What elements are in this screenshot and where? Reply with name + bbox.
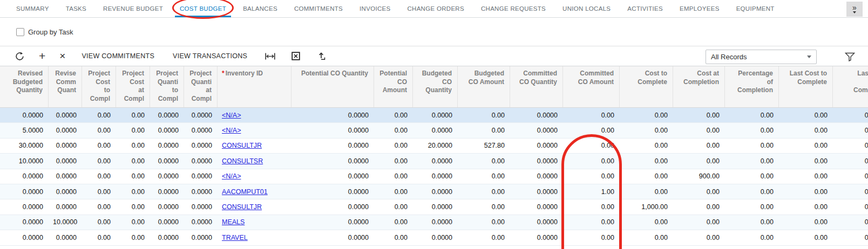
cell-last_cost_at_completion_partial[interactable]: 0.00 [833,188,868,196]
cell-cost_to_complete[interactable]: 0.00 [620,142,673,149]
cell-budgeted_co_quantity[interactable]: 20.0000 [413,142,458,149]
cell-potential_co_quantity[interactable]: 0.0000 [291,142,374,149]
table-row[interactable]: 0.00000.00000.000.000.00000.0000<N/A>0.0… [0,108,868,123]
column-header-potential_co_amount[interactable]: Potential CO Amount [374,66,413,107]
column-header-projected_quantity_to_complete[interactable]: Project Quanti to Compl [150,66,184,107]
cell-projected_cost_to_complete[interactable]: 0.00 [82,188,116,196]
cell-budgeted_co_amount[interactable]: 0.00 [458,127,510,134]
cell-budgeted_co_quantity[interactable]: 0.0000 [413,234,458,241]
records-filter-select[interactable]: All Records [706,50,817,64]
cell-budgeted_co_quantity[interactable]: 0.0000 [413,218,458,226]
cell-cost_to_complete[interactable]: 0.00 [620,112,673,119]
cell-projected_cost_at_completion[interactable]: 0.00 [116,234,150,241]
cell-projected_cost_at_completion[interactable]: 0.00 [116,142,150,149]
inventory-link[interactable]: AACOMPUT01 [222,188,268,196]
cell-projected_cost_at_completion[interactable]: 0.00 [116,203,150,211]
fit-to-screen-button[interactable] [265,52,275,60]
cell-committed_co_amount[interactable]: 1.00 [563,188,620,196]
cell-last_cost_at_completion_partial[interactable]: 0.00 [833,127,868,134]
cell-projected_cost_to_complete[interactable]: 0.00 [82,203,116,211]
cell-potential_co_amount[interactable]: 0.00 [374,203,413,211]
cell-revised_committed_quantity[interactable]: 0.0000 [49,203,82,211]
cell-percentage_of_completion[interactable]: 0.00 [725,112,779,119]
cell-revised_budgeted_quantity[interactable]: 0.0000 [0,172,49,180]
table-row[interactable]: 0.00000.00000.000.000.00000.0000CONSULTJ… [0,199,868,215]
cell-last_cost_to_complete[interactable]: 0.00 [779,142,833,149]
cell-potential_co_quantity[interactable]: 0.0000 [291,172,374,180]
cell-last_cost_at_completion_partial[interactable]: 0.00 [833,172,868,180]
cell-potential_co_amount[interactable]: 0.00 [374,218,413,226]
tab-balances[interactable]: BALANCES [243,0,277,17]
cell-projected_quantity_to_complete[interactable]: 0.0000 [150,172,184,180]
cell-revised_committed_quantity[interactable]: 10.0000 [49,218,82,226]
cell-projected_cost_to_complete[interactable]: 0.00 [82,234,116,241]
cell-committed_co_quantity[interactable]: 0.0000 [510,157,563,165]
inventory-link[interactable]: CONSULTJR [222,142,262,149]
column-header-committed_co_quantity[interactable]: Committed CO Quantity [510,66,563,107]
cell-committed_co_quantity[interactable]: 0.0000 [510,218,563,226]
cell-committed_co_quantity[interactable]: 0.0000 [510,142,563,149]
cell-budgeted_co_quantity[interactable]: 0.0000 [413,127,458,134]
cell-projected_quantity_at_completion[interactable]: 0.0000 [184,188,218,196]
cell-projected_quantity_at_completion[interactable]: 0.0000 [184,127,218,134]
tab-invoices[interactable]: INVOICES [360,0,390,17]
cell-projected_cost_to_complete[interactable]: 0.00 [82,218,116,226]
cell-projected_quantity_to_complete[interactable]: 0.0000 [150,234,184,241]
inventory-link[interactable]: CONSULTSR [222,157,263,165]
cell-projected_quantity_at_completion[interactable]: 0.0000 [184,172,218,180]
cell-cost_to_complete[interactable]: 0.00 [620,172,673,180]
tab-activities[interactable]: ACTIVITIES [627,0,663,17]
cell-projected_cost_at_completion[interactable]: 0.00 [116,188,150,196]
cell-cost_to_complete[interactable]: 0.00 [620,127,673,134]
cell-projected_quantity_to_complete[interactable]: 0.0000 [150,112,184,119]
cell-budgeted_co_amount[interactable]: 0.00 [458,188,510,196]
cell-projected_quantity_at_completion[interactable]: 0.0000 [184,142,218,149]
column-header-cost_at_completion[interactable]: Cost at Completion [673,66,725,107]
cell-last_cost_to_complete[interactable]: 0.00 [779,172,833,180]
inventory-link[interactable]: CONSULTJR [222,203,262,211]
column-header-revised_budgeted_quantity[interactable]: Revised Budgeted Quantity [0,66,49,107]
cell-percentage_of_completion[interactable]: 0.00 [725,203,779,211]
inventory-link[interactable]: TRAVEL [222,234,248,241]
cell-committed_co_amount[interactable]: 0.00 [563,127,620,134]
column-header-projected_cost_to_complete[interactable]: Project Cost to Compl [82,66,116,107]
cell-committed_co_amount[interactable]: 0.00 [563,218,620,226]
cell-projected_quantity_at_completion[interactable]: 0.0000 [184,157,218,165]
column-header-budgeted_co_amount[interactable]: Budgeted CO Amount [458,66,510,107]
cell-committed_co_quantity[interactable]: 0.0000 [510,234,563,241]
table-row[interactable]: 10.00000.00000.000.000.00000.0000CONSULT… [0,154,868,169]
tab-change-orders[interactable]: CHANGE ORDERS [407,0,464,17]
cell-potential_co_quantity[interactable]: 0.0000 [291,157,374,165]
cell-percentage_of_completion[interactable]: 0.00 [725,157,779,165]
cell-committed_co_amount[interactable]: 0.00 [563,234,620,241]
inventory-link[interactable]: <N/A> [222,127,241,134]
cell-projected_quantity_to_complete[interactable]: 0.0000 [150,188,184,196]
cell-cost_at_completion[interactable]: 0.00 [673,234,725,241]
export-to-excel-button[interactable] [290,52,301,60]
cell-cost_at_completion[interactable]: 0.00 [673,188,725,196]
cell-cost_to_complete[interactable]: 0.00 [620,234,673,241]
tab-tasks[interactable]: TASKS [66,0,86,17]
tab-commitments[interactable]: COMMITMENTS [294,0,343,17]
column-header-revised_committed_quantity[interactable]: Revise Comm Quant [49,66,82,107]
cell-budgeted_co_amount[interactable]: 527.80 [458,142,510,149]
table-row[interactable]: 0.000010.00000.000.000.00000.0000MEALS0.… [0,215,868,230]
cell-potential_co_quantity[interactable]: 0.0000 [291,203,374,211]
cell-last_cost_at_completion_partial[interactable]: 0.00 [833,218,868,226]
cell-projected_quantity_at_completion[interactable]: 0.0000 [184,234,218,241]
cell-committed_co_quantity[interactable]: 0.0000 [510,172,563,180]
cell-committed_co_amount[interactable]: 0.00 [563,142,620,149]
inventory-link[interactable]: <N/A> [222,172,241,180]
cell-committed_co_amount[interactable]: 0.00 [563,112,620,119]
cell-projected_cost_to_complete[interactable]: 0.00 [82,127,116,134]
cell-committed_co_quantity[interactable]: 0.0000 [510,112,563,119]
cell-cost_at_completion[interactable]: 0.00 [673,112,725,119]
cell-committed_co_quantity[interactable]: 0.0000 [510,188,563,196]
cell-potential_co_quantity[interactable]: 0.0000 [291,188,374,196]
cell-cost_to_complete[interactable]: 0.00 [620,157,673,165]
inventory-link[interactable]: <N/A> [222,112,241,119]
cell-cost_at_completion[interactable]: 0.00 [673,203,725,211]
cell-potential_co_amount[interactable]: 0.00 [374,172,413,180]
cell-cost_at_completion[interactable]: 0.00 [673,218,725,226]
cell-revised_committed_quantity[interactable]: 0.0000 [49,142,82,149]
